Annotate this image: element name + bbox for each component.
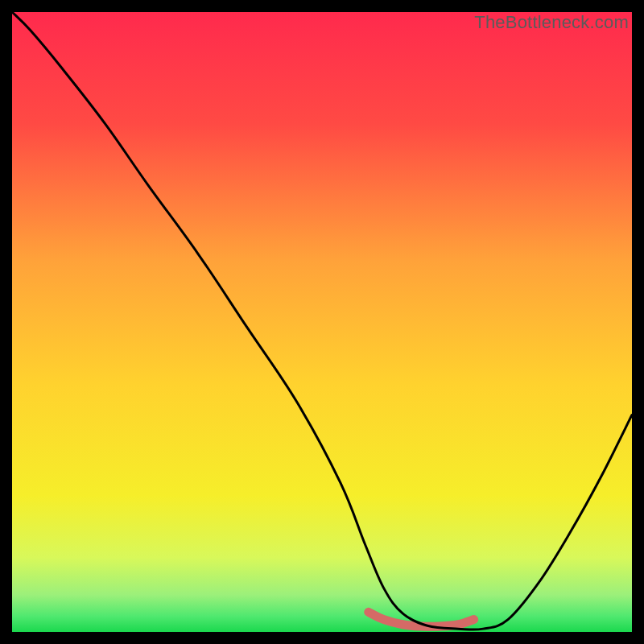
- gradient-background: [12, 12, 632, 632]
- chart-frame: TheBottleneck.com: [12, 12, 632, 632]
- bottleneck-chart: [12, 12, 632, 632]
- watermark-text: TheBottleneck.com: [474, 12, 629, 33]
